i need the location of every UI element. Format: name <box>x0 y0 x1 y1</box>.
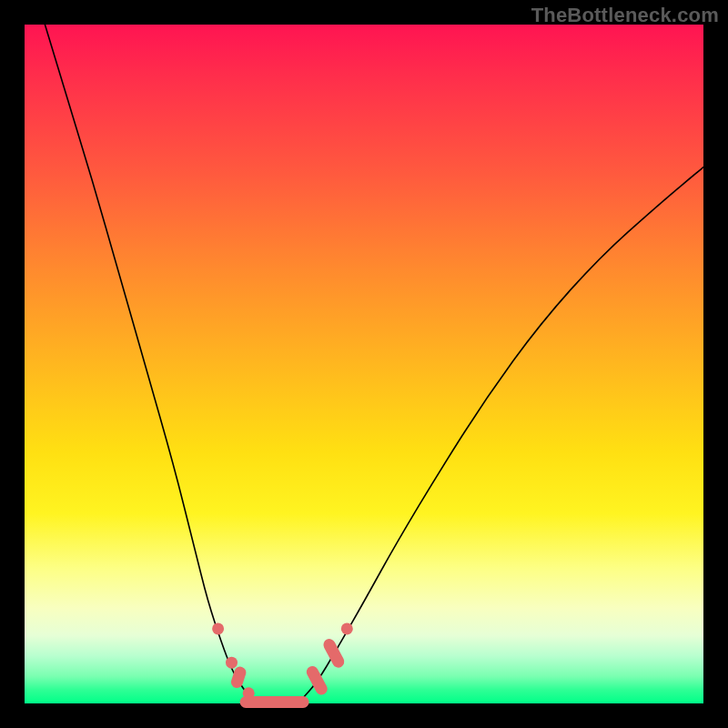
marker-dot <box>341 622 353 634</box>
curve-layer <box>25 25 703 703</box>
marker-pill-floor <box>240 696 309 708</box>
chart-frame: TheBottleneck.com <box>0 0 728 728</box>
curve-markers <box>212 622 353 708</box>
marker-dot <box>226 657 238 669</box>
marker-pill <box>321 637 346 670</box>
plot-area <box>25 25 703 703</box>
bottleneck-curve <box>45 25 703 703</box>
marker-dot <box>212 622 224 634</box>
